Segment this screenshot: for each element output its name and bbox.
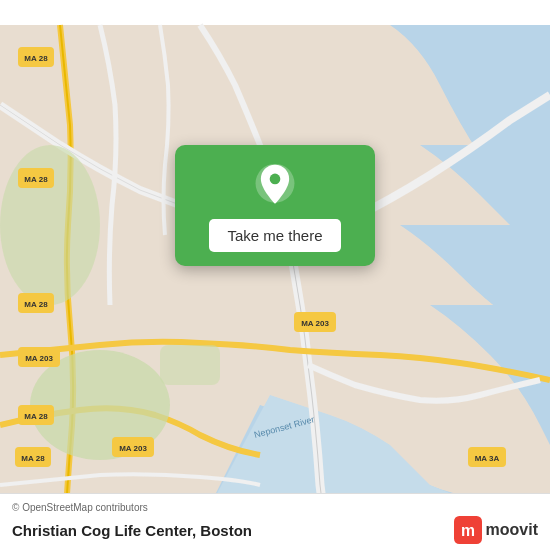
svg-point-25 [270,174,281,185]
svg-text:MA 3A: MA 3A [475,454,500,463]
svg-rect-3 [160,345,220,385]
place-name: Christian Cog Life Center, Boston [12,522,252,539]
svg-text:MA 28: MA 28 [24,300,48,309]
svg-text:MA 28: MA 28 [24,175,48,184]
svg-text:MA 28: MA 28 [24,412,48,421]
moovit-logo: m moovit [454,516,538,544]
svg-text:MA 203: MA 203 [301,319,329,328]
svg-text:MA 203: MA 203 [25,354,53,363]
map-attribution: © OpenStreetMap contributors [12,502,538,513]
map-svg: MA 28 MA 28 MA 28 MA 28 MA 28 MA 203 MA … [0,0,550,550]
bottom-bar: © OpenStreetMap contributors Christian C… [0,493,550,550]
svg-text:MA 28: MA 28 [21,454,45,463]
place-title-row: Christian Cog Life Center, Boston m moov… [12,516,538,544]
take-me-there-button[interactable]: Take me there [209,219,340,252]
svg-text:MA 28: MA 28 [24,54,48,63]
svg-text:m: m [461,522,475,539]
svg-text:MA 203: MA 203 [119,444,147,453]
navigation-card: Take me there [175,145,375,266]
map-container: MA 28 MA 28 MA 28 MA 28 MA 28 MA 203 MA … [0,0,550,550]
moovit-brand-icon: m [454,516,482,544]
moovit-label: moovit [486,521,538,539]
location-pin-icon [252,163,298,209]
